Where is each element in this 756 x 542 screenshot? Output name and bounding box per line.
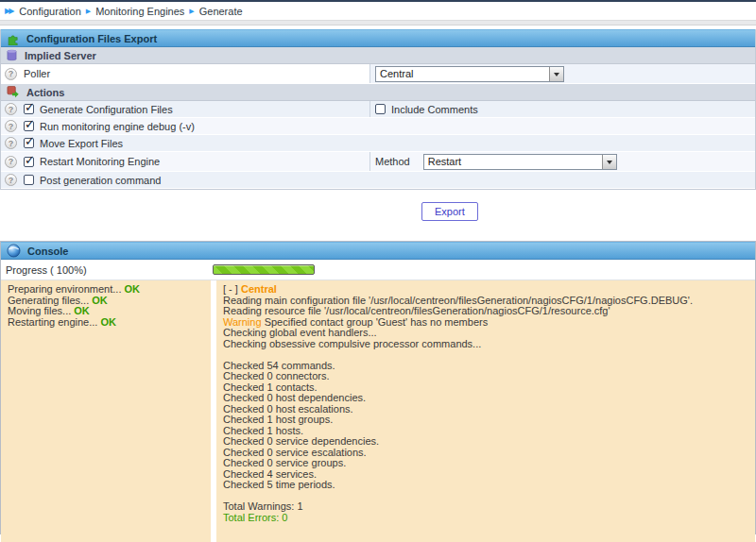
breadcrumb: ▶▶ Configuration ▶ Monitoring Engines ▶ … xyxy=(0,2,756,20)
restart-checkbox[interactable] xyxy=(24,157,34,167)
dropdown-arrow-icon[interactable] xyxy=(549,67,563,81)
implied-server-header: Implied Server xyxy=(1,47,755,64)
debug-label: Run monitoring engine debug (-v) xyxy=(40,121,195,132)
help-icon[interactable]: ? xyxy=(5,68,17,80)
breadcrumb-separator-icon: ▶ xyxy=(189,8,194,15)
form-title-bar: Configuration Files Export xyxy=(1,29,755,47)
poller-row-label-cell: ? Poller xyxy=(1,64,369,83)
log-line: Checked 1 host groups. xyxy=(223,415,751,426)
export-config-icon xyxy=(7,32,20,45)
status-ok: OK xyxy=(125,283,141,295)
move-checkbox[interactable] xyxy=(24,138,34,148)
include-comments-label: Include Comments xyxy=(391,104,478,115)
status-ok: OK xyxy=(74,305,90,316)
log-line: Checked 0 connectors. xyxy=(223,371,751,382)
server-database-icon xyxy=(7,49,17,61)
page: ▶▶ Configuration ▶ Monitoring Engines ▶ … xyxy=(0,0,756,534)
export-button-row: Export xyxy=(0,190,756,221)
help-icon[interactable]: ? xyxy=(5,103,17,115)
method-label: Method xyxy=(375,156,410,167)
move-label: Move Export Files xyxy=(40,138,123,149)
poller-label: Poller xyxy=(24,68,50,79)
log-line: Checked 0 service groups. xyxy=(223,458,751,469)
warning-label: Warning xyxy=(223,316,262,328)
poller-select-value: Central xyxy=(380,68,413,79)
log-line: Checked 5 time periods. xyxy=(223,480,751,491)
log-line: Checking obsessive compulsive processor … xyxy=(223,339,751,350)
restart-label: Restart Monitoring Engine xyxy=(40,156,160,167)
actions-header: Actions xyxy=(1,84,755,101)
log-total-errors: Total Errors: 0 xyxy=(223,513,751,524)
post-command-label: Post generation command xyxy=(40,175,161,186)
breadcrumb-item-generate[interactable]: Generate xyxy=(199,6,243,17)
console-title-bar: Console xyxy=(1,242,755,260)
breadcrumb-item-monitoring-engines[interactable]: Monitoring Engines xyxy=(95,6,184,17)
post-command-checkbox[interactable] xyxy=(24,175,34,185)
generate-row-label-cell: ? Generate Configuration Files xyxy=(1,101,369,117)
include-comments-checkbox[interactable] xyxy=(375,104,386,114)
log-line: Checked 0 host dependencies. xyxy=(223,393,751,404)
help-icon[interactable]: ? xyxy=(5,120,17,132)
export-form: Configuration Files Export Implied Serve… xyxy=(0,29,756,190)
breadcrumb-separator-icon: ▶ xyxy=(86,8,91,15)
dropdown-arrow-icon[interactable] xyxy=(602,155,616,169)
export-button[interactable]: Export xyxy=(421,202,478,221)
status-ok: OK xyxy=(100,316,116,328)
breadcrumb-item-configuration[interactable]: Configuration xyxy=(19,6,80,17)
help-icon[interactable]: ? xyxy=(5,137,17,149)
progress-bar xyxy=(213,264,315,275)
debug-row: ? Run monitoring engine debug (-v) xyxy=(1,118,755,134)
console-panel: Console Progress ( 100%) Preparing envir… xyxy=(0,241,756,534)
form-title: Configuration Files Export xyxy=(26,33,157,44)
log-line: Checked 0 service dependencies. xyxy=(223,436,751,448)
help-icon[interactable]: ? xyxy=(5,156,17,168)
actions-icon xyxy=(7,86,19,98)
progress-bar-cell xyxy=(211,260,755,279)
progress-label: Progress ( 100%) xyxy=(1,260,211,279)
status-line: Restarting engine... OK xyxy=(8,317,207,329)
implied-server-title: Implied Server xyxy=(25,50,96,61)
poller-select[interactable]: Central xyxy=(375,66,564,82)
log-total-warnings: Total Warnings: 1 xyxy=(223,501,751,513)
status-ok: OK xyxy=(92,295,108,306)
generate-checkbox[interactable] xyxy=(24,104,34,114)
generate-row-value-cell: Include Comments xyxy=(369,101,755,117)
move-row: ? Move Export Files xyxy=(1,135,755,151)
method-select[interactable]: Restart xyxy=(423,154,617,170)
console-title: Console xyxy=(27,246,68,257)
help-icon[interactable]: ? xyxy=(5,174,17,186)
progress-row: Progress ( 100%) xyxy=(1,260,755,280)
double-arrow-icon: ▶▶ xyxy=(5,7,12,15)
console-status-column: Preparing environment... OK Generating f… xyxy=(1,280,211,542)
restart-row-value-cell: Method Restart xyxy=(369,152,755,171)
console-body: Preparing environment... OK Generating f… xyxy=(1,280,755,542)
log-blank-line xyxy=(223,349,751,361)
log-line: Checking global event handlers... xyxy=(223,328,751,339)
poller-row-value-cell: Central xyxy=(369,64,755,83)
poller-name: Central xyxy=(241,283,277,295)
console-log-column: [ - ] Central Reading main configuration… xyxy=(216,280,755,542)
debug-checkbox[interactable] xyxy=(24,121,34,131)
restart-row-label-cell: ? Restart Monitoring Engine xyxy=(1,152,369,171)
generate-label: Generate Configuration Files xyxy=(40,104,173,115)
globe-icon xyxy=(7,244,21,258)
log-poller-line: [ - ] Central xyxy=(223,284,751,296)
actions-title: Actions xyxy=(26,87,64,98)
method-select-value: Restart xyxy=(428,156,461,167)
post-command-row: ? Post generation command xyxy=(1,172,755,188)
